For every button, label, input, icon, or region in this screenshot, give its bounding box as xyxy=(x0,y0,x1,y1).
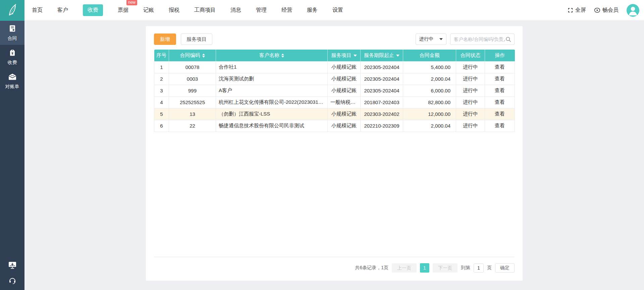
nav-item-label: 消息 xyxy=(230,7,241,13)
nav-item-label: 报税 xyxy=(169,7,179,13)
search-icon[interactable] xyxy=(505,36,512,43)
fullscreen-button[interactable]: 全屏 xyxy=(568,7,586,14)
cell-action: 查看 xyxy=(485,73,515,85)
nav-item-label: 客户 xyxy=(57,7,68,13)
cell-no: 5 xyxy=(154,108,169,120)
column-header-action: 操作 xyxy=(485,50,515,61)
column-header-label: 合同状态 xyxy=(461,52,481,59)
nav-item-fees[interactable]: 收费 xyxy=(83,4,103,16)
next-page-button[interactable]: 下一页 xyxy=(433,263,458,273)
table-row: 100078合作社1小规模记账202305-2024045,400.00进行中查… xyxy=(154,61,515,73)
nav-item-bills[interactable]: 票据new xyxy=(118,7,128,14)
user-avatar[interactable] xyxy=(627,4,639,17)
view-link[interactable]: 查看 xyxy=(495,99,505,105)
contracts-table-wrap: 序号合同编码客户名称服务项目服务期限起止合同金额合同状态操作 100078合作社… xyxy=(154,50,515,132)
nav-item-settings[interactable]: 设置 xyxy=(332,7,343,14)
cell-action: 查看 xyxy=(485,96,515,108)
nav-item-services[interactable]: 服务 xyxy=(307,7,318,14)
member-button[interactable]: 畅会员 xyxy=(594,7,619,14)
sidebar-item-fees[interactable]: ¥收费 xyxy=(0,45,24,69)
column-header-service[interactable]: 服务项目 xyxy=(328,50,361,61)
nav-item-messages[interactable]: 消息 xyxy=(230,7,241,14)
cell-service: 一般纳税人... xyxy=(328,96,361,108)
cell-period: 202303-202402 xyxy=(361,108,403,120)
column-header-period[interactable]: 服务期限起止 xyxy=(361,50,403,61)
filter-caret-icon xyxy=(396,55,399,57)
view-link[interactable]: 查看 xyxy=(495,64,505,70)
cell-customer: 沈海英测试勿删 xyxy=(216,73,328,85)
status-filter-select[interactable]: 进行中 xyxy=(416,33,446,45)
column-header-label: 服务期限起止 xyxy=(364,52,394,59)
column-header-code[interactable]: 合同编码 xyxy=(169,50,216,61)
statement-icon xyxy=(8,76,17,82)
view-link[interactable]: 查看 xyxy=(495,123,505,128)
nav-item-customers[interactable]: 客户 xyxy=(57,7,68,14)
add-button[interactable]: 新增 xyxy=(154,33,176,45)
nav-item-label: 设置 xyxy=(332,7,343,13)
nav-item-label: 首页 xyxy=(32,7,43,13)
nav-item-operation[interactable]: 经营 xyxy=(281,7,292,14)
cell-no: 3 xyxy=(154,85,169,96)
nav-item-home[interactable]: 首页 xyxy=(32,7,43,14)
column-header-label: 序号 xyxy=(156,52,166,59)
service-items-button[interactable]: 服务项目 xyxy=(181,33,212,45)
cell-status: 进行中 xyxy=(456,73,485,85)
view-link[interactable]: 查看 xyxy=(495,111,505,117)
topnav-items: 首页客户收费票据new记账报税工商项目消息管理经营服务设置 xyxy=(24,4,343,16)
view-link[interactable]: 查看 xyxy=(495,87,505,93)
sidebar-item-contracts[interactable]: 合同 xyxy=(0,21,24,45)
column-header-amount: 合同金额 xyxy=(403,50,456,61)
member-label: 畅会员 xyxy=(602,7,619,14)
table-row: 4252525525杭州杠上花文化传播有限公司-2022(20230310130… xyxy=(154,96,515,108)
filter-caret-icon xyxy=(354,55,357,57)
member-play-icon xyxy=(594,7,600,13)
fullscreen-label: 全屏 xyxy=(575,7,586,14)
column-header-no: 序号 xyxy=(154,50,169,61)
pagination-summary: 共6条记录，1页 xyxy=(355,265,388,271)
table-body: 100078合作社1小规模记账202305-2024045,400.00进行中查… xyxy=(154,61,515,132)
cell-customer: 杭州杠上花文化传播有限公司-2022(202303101304... xyxy=(216,96,328,108)
toolbar-right: 进行中 xyxy=(416,33,515,45)
cell-amount: 6,000.00 xyxy=(403,85,456,96)
support-headset-icon[interactable] xyxy=(8,277,16,285)
sidebar-item-statements[interactable]: 对账单 xyxy=(0,69,24,93)
contracts-card: 新增 服务项目 进行中 xyxy=(146,26,523,281)
column-header-label: 服务项目 xyxy=(331,52,352,59)
sort-arrows-icon xyxy=(202,54,205,58)
cell-action: 查看 xyxy=(485,85,515,96)
cell-period: 202305-202404 xyxy=(361,85,403,96)
cell-action: 查看 xyxy=(485,61,515,73)
prev-page-button[interactable]: 上一页 xyxy=(392,263,417,273)
goto-confirm-button[interactable]: 确定 xyxy=(495,263,515,273)
nav-item-tax[interactable]: 报税 xyxy=(169,7,179,14)
nav-item-business-projects[interactable]: 工商项目 xyxy=(194,7,216,14)
nav-item-label: 管理 xyxy=(256,7,267,13)
view-link[interactable]: 查看 xyxy=(495,76,505,81)
column-header-customer[interactable]: 客户名称 xyxy=(216,50,328,61)
table-row: 20003沈海英测试勿删小规模记账202305-2024042,000.04进行… xyxy=(154,73,515,85)
cell-code: 13 xyxy=(169,108,216,120)
nav-item-bookkeeping[interactable]: 记账 xyxy=(143,7,154,14)
column-header-label: 合同金额 xyxy=(420,52,440,59)
nav-item-label: 票据 xyxy=(118,7,128,13)
left-sidebar: 合同¥收费对账单 xyxy=(0,21,24,290)
cell-period: 201807-202403 xyxy=(361,96,403,108)
search-input[interactable] xyxy=(454,37,505,42)
client-download-icon[interactable] xyxy=(8,261,17,269)
goto-page-input[interactable] xyxy=(474,264,484,273)
cell-status: 进行中 xyxy=(456,96,485,108)
nav-item-management[interactable]: 管理 xyxy=(256,7,267,14)
cell-code: 00078 xyxy=(169,61,216,73)
sidebar-item-label: 合同 xyxy=(0,35,24,42)
nav-item-label: 记账 xyxy=(143,7,154,13)
nav-item-label: 经营 xyxy=(281,7,292,13)
cell-amount: 5,400.00 xyxy=(403,61,456,73)
current-page-button[interactable]: 1 xyxy=(420,263,429,273)
goto-prefix-label: 到第 xyxy=(461,265,470,271)
cell-code: 252525525 xyxy=(169,96,216,108)
table-row: 622畅捷通信息技术股份有限公司民非测试小规模记账202210-2023092,… xyxy=(154,120,515,132)
cell-customer: 合作社1 xyxy=(216,61,328,73)
contracts-table: 序号合同编码客户名称服务项目服务期限起止合同金额合同状态操作 100078合作社… xyxy=(154,50,515,132)
table-header-row: 序号合同编码客户名称服务项目服务期限起止合同金额合同状态操作 xyxy=(154,50,515,61)
cell-service: 小规模记账 xyxy=(328,73,361,85)
